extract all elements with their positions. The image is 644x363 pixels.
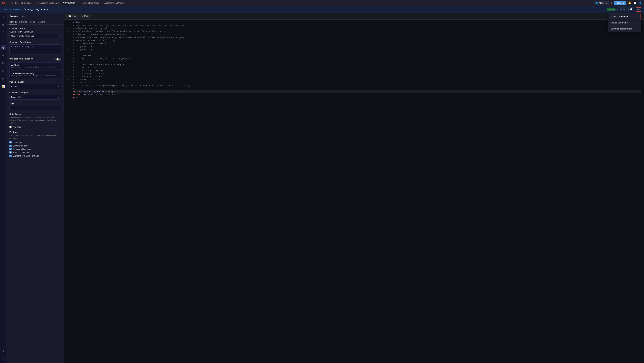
line-number-8: 8 xyxy=(64,42,70,45)
webhook-option-jwt[interactable]: JSON Web Token (JWT) Manage secret keys … xyxy=(10,71,61,78)
code-line-24: def Custom_utility_command(*args): xyxy=(73,90,641,93)
tags-input[interactable] xyxy=(10,106,61,110)
code-editor[interactable]: 1234567891011121314151617181920212223242… xyxy=(64,19,644,363)
sidebar-inbox[interactable]: ▤ xyxy=(1,76,6,81)
tab-test[interactable]: Test xyxy=(21,14,25,19)
nav-configuration[interactable]: Configuration xyxy=(62,2,76,4)
command-name-group: Command Name Custom_Utility_Command ? xyxy=(10,27,61,38)
command-task-checkbox[interactable] xyxy=(10,141,12,143)
user-avatar[interactable]: 👤 xyxy=(639,1,642,4)
privileged-checkbox[interactable] xyxy=(10,126,12,128)
code-line-8: # # Read input parameter xyxy=(73,42,641,45)
command-category-group: Command Category Basic Utility Advanced … xyxy=(10,91,61,99)
live-indicator-dot xyxy=(609,9,610,10)
line-number-10: 10 xyxy=(64,48,70,51)
nav-investigation[interactable]: Investigation Dashboard xyxy=(36,2,59,4)
breadcrumb-current: Custom_Utility_Command xyxy=(24,8,49,10)
feature-transform-command: Transform Command ℹ xyxy=(10,148,61,150)
line-number-7: 7 xyxy=(64,39,70,42)
code-editor-area: 💾 Save ↩ Undo 12345678910111213141516171… xyxy=(64,13,644,363)
history-button[interactable]: 🕐 xyxy=(628,7,634,11)
command-task-label: Command Task xyxy=(12,141,26,144)
code-line-26: pass xyxy=(73,96,641,99)
sub-tab-libraries[interactable]: Libraries xyxy=(19,20,27,24)
dropdown-delete-command[interactable]: Delete Command xyxy=(608,20,641,26)
category-select[interactable]: Basic Utility Advanced Utility Condition… xyxy=(10,95,61,99)
line-number-20: 20 xyxy=(64,78,70,81)
info-button[interactable]: ℹ xyxy=(611,1,612,4)
line-number-4: 4 xyxy=(64,30,70,33)
nav-playbook[interactable]: Event Playbook Viewer xyxy=(103,2,125,4)
event-formatter-checkbox[interactable] xyxy=(10,155,12,157)
transform-command-info-icon: ℹ xyxy=(32,148,33,150)
code-line-3: # # Input Parameters: p1, p2 xyxy=(73,27,641,30)
code-line-4: # # Output Model: rawData, resultData, K… xyxy=(73,30,641,33)
feature-event-formatter: Event/Incident Data Formatter ℹ xyxy=(10,155,61,157)
sidebar-utility[interactable]: ⚙ xyxy=(1,45,6,50)
messages-button[interactable]: 💬 xyxy=(633,1,636,4)
live-label: Live xyxy=(610,8,614,10)
dropdown-clone-command[interactable]: Clone Command xyxy=(608,13,640,20)
command-desc-label: Command Description xyxy=(10,41,61,43)
sidebar-layers[interactable]: ⊞ xyxy=(1,53,6,58)
tab-overview[interactable]: Overview xyxy=(10,14,18,19)
webhook-group: Webhook Authentication ? API Key Manage … xyxy=(10,58,61,78)
incident-button[interactable]: + Incident xyxy=(614,1,626,5)
undo-button[interactable]: ↩ Undo xyxy=(80,14,91,18)
command-category-label: Command Category xyxy=(10,91,61,94)
sidebar-home[interactable]: ⌂ xyxy=(1,14,6,19)
sub-tab-settings[interactable]: Settings xyxy=(10,20,16,24)
features-title: Features xyxy=(10,131,61,133)
command-desc-textarea[interactable] xyxy=(10,44,61,54)
code-line-27 xyxy=(73,99,641,102)
sidebar-list[interactable]: ☰ xyxy=(1,37,6,42)
nav-reporting[interactable]: Reporting Dashboard xyxy=(79,2,100,4)
event-formatter-label: Event/Incident Data Formatter xyxy=(12,155,40,157)
features-group: Features Select where you want to use th… xyxy=(10,131,61,157)
privileged-label: Privileged xyxy=(12,126,22,128)
line-number-25: 25 xyxy=(64,93,70,96)
tags-group: Tags xyxy=(10,102,61,110)
sub-tab-inputs[interactable]: Inputs xyxy=(30,20,35,24)
globe-icon: 🌐 xyxy=(596,2,598,4)
sidebar-upload[interactable]: ⬆ xyxy=(1,349,6,354)
notifications-button[interactable]: 🔔 xyxy=(628,1,631,4)
breadcrumb-parent[interactable]: Utility Commands xyxy=(3,8,20,10)
adhoc-command-checkbox[interactable] xyxy=(10,151,12,153)
webhook-toggle[interactable] xyxy=(56,58,61,61)
webhook-jwt-title: JSON Web Token (JWT) xyxy=(11,72,59,75)
implementation-select[interactable]: Python JavaScript PowerShell xyxy=(10,84,61,89)
webhook-header: Webhook Authentication ? xyxy=(10,58,61,61)
sidebar-network[interactable]: ⋈ xyxy=(1,61,6,65)
dropdown-command-references[interactable]: Command References xyxy=(608,26,641,32)
line-number-5: 5 xyxy=(64,33,70,36)
more-options-button[interactable]: ⋯ xyxy=(636,7,641,11)
line-number-18: 18 xyxy=(64,72,70,75)
line-number-11: 11 xyxy=(64,51,70,54)
code-line-16: # rawData = result xyxy=(73,66,641,69)
sub-tabs: Settings Libraries Inputs Outputs xyxy=(7,19,64,25)
line-number-3: 3 xyxy=(64,27,70,30)
role-access-desc: Choose access level for the command. Onl… xyxy=(10,116,61,124)
line-number-16: 16 xyxy=(64,66,70,69)
conditional-task-checkbox[interactable] xyxy=(10,145,12,147)
sidebar-settings[interactable]: ⚙ xyxy=(1,357,6,361)
code-line-7: # def UtilityCommandSample2(p1, p2): xyxy=(73,39,641,42)
webhook-option-apikey[interactable]: API Key Manage and generate the API keys… xyxy=(10,62,61,70)
master-button[interactable]: 🌐 Master ▾ xyxy=(594,1,609,5)
nav-mitre[interactable]: MITRE ATT&CK Monitor xyxy=(10,2,33,4)
line-number-21: 21 xyxy=(64,81,70,84)
sidebar-radio[interactable]: ◎ xyxy=(1,68,6,73)
sub-tab-outputs[interactable]: Outputs xyxy=(38,20,45,24)
edit-button[interactable]: ✎ Edit xyxy=(617,7,627,11)
command-name-input[interactable] xyxy=(10,34,59,38)
transform-command-checkbox[interactable] xyxy=(10,148,12,150)
sidebar-calendar[interactable]: ▦ xyxy=(1,22,6,27)
main-layout: ⌂ ▦ ⚠ ☰ ⚙ ⊞ ⋈ ◎ ▤ 📊 ⬆ ⚙ Overview Test Se… xyxy=(0,13,644,363)
sidebar-chart[interactable]: 📊 xyxy=(1,84,6,88)
chevron-down-icon: ▾ xyxy=(606,2,607,4)
line-number-14: 14 xyxy=(64,60,70,63)
sidebar-alert[interactable]: ⚠ xyxy=(1,30,6,34)
save-button[interactable]: 💾 Save xyxy=(66,14,78,18)
code-content[interactable]: # Sample:#------------------------------… xyxy=(70,19,644,363)
